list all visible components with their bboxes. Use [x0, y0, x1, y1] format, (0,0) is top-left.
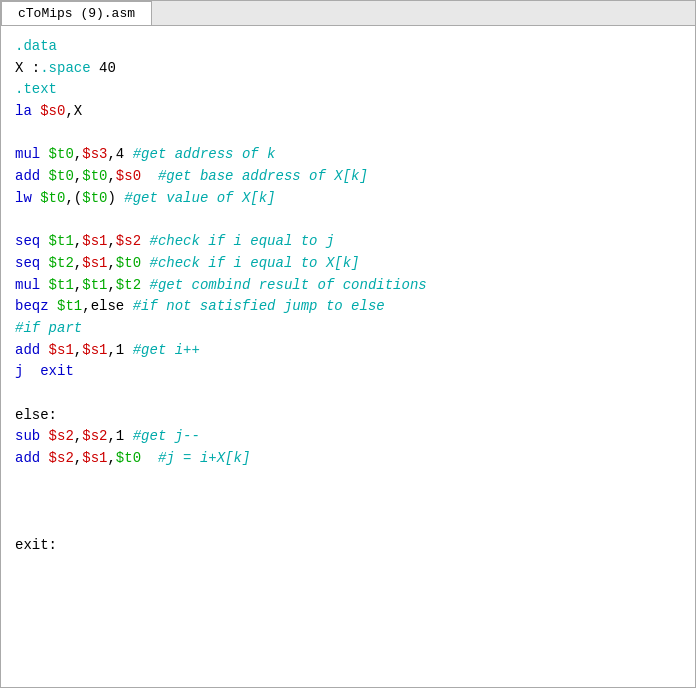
- code-line: seq $t2,$s1,$t0 #check if i equal to X[k…: [15, 253, 681, 275]
- code-line: add $s1,$s1,1 #get i++: [15, 340, 681, 362]
- code-token: :: [32, 60, 40, 76]
- code-token: la: [15, 103, 40, 119]
- file-tab[interactable]: cToMips (9).asm: [1, 1, 152, 25]
- code-token: sub: [15, 428, 49, 444]
- code-token: $s0: [116, 168, 141, 184]
- code-line: [15, 491, 681, 513]
- code-line: mul $t0,$s3,4 #get address of k: [15, 144, 681, 166]
- code-token: ,X: [65, 103, 82, 119]
- code-token: else:: [15, 407, 57, 423]
- code-line: beqz $t1,else #if not satisfied jump to …: [15, 296, 681, 318]
- code-token: add: [15, 450, 49, 466]
- code-line: .text: [15, 79, 681, 101]
- code-token: $t2: [116, 277, 141, 293]
- code-token: ,: [74, 168, 82, 184]
- code-line: lw $t0,($t0) #get value of X[k]: [15, 188, 681, 210]
- tab-label: cToMips (9).asm: [18, 6, 135, 21]
- code-token: $t0: [49, 168, 74, 184]
- code-token: add: [15, 342, 49, 358]
- code-token: $t0: [82, 168, 107, 184]
- code-line: [15, 210, 681, 232]
- code-token: ,: [74, 277, 82, 293]
- code-line: [15, 383, 681, 405]
- code-token: beqz: [15, 298, 57, 314]
- title-bar: cToMips (9).asm: [1, 1, 695, 26]
- code-token: ,4: [107, 146, 132, 162]
- code-token: $s1: [82, 233, 107, 249]
- code-line: add $s2,$s1,$t0 #j = i+X[k]: [15, 448, 681, 470]
- code-token: exit:: [15, 537, 57, 553]
- code-token: $t0: [116, 255, 141, 271]
- code-line: .data: [15, 36, 681, 58]
- code-token: mul: [15, 277, 49, 293]
- code-token: $t0: [82, 190, 107, 206]
- code-token: $s1: [82, 255, 107, 271]
- code-token: ,: [107, 255, 115, 271]
- code-token: #if not satisfied jump to else: [133, 298, 385, 314]
- code-token: .text: [15, 81, 57, 97]
- code-token: #get value of X[k]: [124, 190, 275, 206]
- code-token: $t0: [40, 190, 65, 206]
- code-token: j exit: [15, 363, 74, 379]
- code-line: exit:: [15, 535, 681, 557]
- code-token: #if part: [15, 320, 82, 336]
- code-token: .data: [15, 38, 57, 54]
- code-token: ,(: [65, 190, 82, 206]
- code-token: $s2: [82, 428, 107, 444]
- code-token: 40: [91, 60, 116, 76]
- code-token: ,: [107, 168, 115, 184]
- code-token: #get i++: [133, 342, 200, 358]
- code-token: #j = i+X[k]: [158, 450, 250, 466]
- code-token: seq: [15, 233, 49, 249]
- code-token: $t1: [49, 277, 74, 293]
- code-token: #get address of k: [133, 146, 276, 162]
- code-line: sub $s2,$s2,1 #get j--: [15, 426, 681, 448]
- code-token: add: [15, 168, 49, 184]
- code-line: X :.space 40: [15, 58, 681, 80]
- code-token: $t0: [116, 450, 141, 466]
- code-token: [141, 450, 158, 466]
- code-token: ): [107, 190, 124, 206]
- code-token: ,: [107, 233, 115, 249]
- code-token: seq: [15, 255, 49, 271]
- code-token: ,: [107, 277, 115, 293]
- code-token: ,else: [82, 298, 132, 314]
- code-token: #get combind result of conditions: [149, 277, 426, 293]
- code-line: else:: [15, 405, 681, 427]
- code-line: j exit: [15, 361, 681, 383]
- code-line: [15, 513, 681, 535]
- code-token: #check if i equal to X[k]: [149, 255, 359, 271]
- code-line: seq $t1,$s1,$s2 #check if i equal to j: [15, 231, 681, 253]
- code-token: #check if i equal to j: [149, 233, 334, 249]
- code-token: $t2: [49, 255, 74, 271]
- code-token: $s1: [49, 342, 74, 358]
- code-line: la $s0,X: [15, 101, 681, 123]
- code-token: ,: [74, 233, 82, 249]
- code-token: $s0: [40, 103, 65, 119]
- code-line: [15, 470, 681, 492]
- code-token: $s2: [49, 428, 74, 444]
- code-token: $t1: [82, 277, 107, 293]
- code-line: #if part: [15, 318, 681, 340]
- code-token: $t0: [49, 146, 74, 162]
- code-token: X: [15, 60, 32, 76]
- code-token: $t1: [57, 298, 82, 314]
- main-window: cToMips (9).asm .dataX :.space 40.textla…: [0, 0, 696, 688]
- code-token: ,1: [107, 342, 132, 358]
- code-token: $t1: [49, 233, 74, 249]
- code-token: $s2: [116, 233, 141, 249]
- code-token: ,: [74, 146, 82, 162]
- code-token: #get base address of X[k]: [158, 168, 368, 184]
- code-line: add $t0,$t0,$s0 #get base address of X[k…: [15, 166, 681, 188]
- code-token: ,1: [107, 428, 132, 444]
- code-token: mul: [15, 146, 49, 162]
- code-token: ,: [74, 342, 82, 358]
- code-token: $s1: [82, 450, 107, 466]
- code-token: ,: [74, 450, 82, 466]
- code-editor[interactable]: .dataX :.space 40.textla $s0,X mul $t0,$…: [1, 26, 695, 567]
- code-token: $s2: [49, 450, 74, 466]
- code-line: mul $t1,$t1,$t2 #get combind result of c…: [15, 275, 681, 297]
- code-token: $s3: [82, 146, 107, 162]
- code-token: #get j--: [133, 428, 200, 444]
- code-token: [141, 168, 158, 184]
